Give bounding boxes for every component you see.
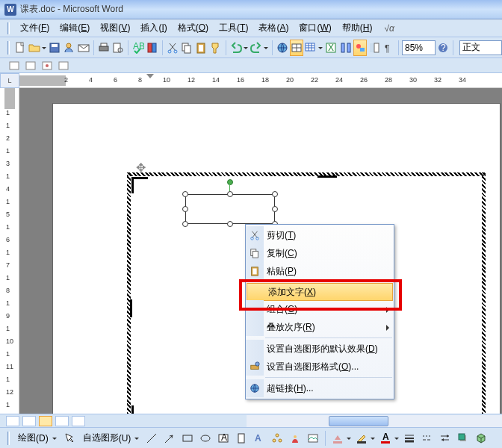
drawbar-grip[interactable] <box>7 432 10 445</box>
menu-view[interactable]: 视图(V) <box>96 20 134 36</box>
undo-button[interactable] <box>229 40 249 56</box>
standard-toolbar: ABC X ¶ 85% ? 正文 <box>0 37 502 58</box>
mini-btn-4[interactable] <box>57 60 70 72</box>
separator <box>398 40 399 55</box>
tables-borders-button[interactable] <box>290 40 303 56</box>
new-button[interactable] <box>13 40 27 56</box>
svg-rect-11 <box>152 43 156 52</box>
help-button[interactable]: ? <box>436 40 450 56</box>
menu-insert[interactable]: 插入(I) <box>136 20 171 36</box>
horizontal-ruler[interactable]: 246810121416182022242628303234 <box>19 73 502 88</box>
ctx-copy[interactable]: 复制(C) <box>246 244 394 262</box>
toolbar-grip[interactable] <box>7 41 10 55</box>
ruler-corner[interactable]: L <box>0 73 19 88</box>
doc-map-button[interactable] <box>368 40 381 56</box>
permission-button[interactable] <box>62 40 75 56</box>
svg-rect-26 <box>360 48 365 52</box>
rotate-handle[interactable] <box>227 179 233 185</box>
selected-shape[interactable] <box>185 194 275 224</box>
save-button[interactable] <box>48 40 61 56</box>
resize-handle[interactable] <box>227 191 233 197</box>
resize-handle[interactable] <box>272 206 278 212</box>
svg-rect-10 <box>148 43 152 52</box>
menu-table[interactable]: 表格(A) <box>254 20 293 36</box>
resize-handle[interactable] <box>272 191 278 197</box>
dash-style-button[interactable] <box>419 430 436 447</box>
ctx-hyperlink[interactable]: 超链接(H)... <box>246 379 394 397</box>
picture-button[interactable] <box>305 430 321 447</box>
cut-button[interactable] <box>166 40 179 56</box>
font-color-button[interactable]: A <box>377 430 400 447</box>
resize-handle[interactable] <box>182 191 188 197</box>
resize-handle[interactable] <box>182 221 188 227</box>
ctx-order[interactable]: 叠放次序(R) <box>246 318 394 336</box>
shadow-button[interactable] <box>455 430 471 447</box>
zoom-combo[interactable]: 85% <box>402 40 436 55</box>
ctx-group[interactable]: 组合(G) <box>246 300 394 318</box>
ctx-cut[interactable]: 剪切(T) <box>246 226 394 244</box>
vertical-textbox-button[interactable] <box>233 430 250 447</box>
arrow-button[interactable] <box>161 430 178 447</box>
open-button[interactable] <box>28 40 47 56</box>
copy-button[interactable] <box>180 40 193 56</box>
reading-view-button[interactable] <box>72 416 85 426</box>
mini-btn-1[interactable] <box>7 60 21 72</box>
ctx-format-shape[interactable]: 设置自选图形格式(O)... <box>246 358 394 376</box>
outline-view-button[interactable] <box>55 416 69 426</box>
insert-table-button[interactable] <box>304 40 323 56</box>
mini-btn-3[interactable] <box>40 60 54 72</box>
menu-tools[interactable]: 工具(T) <box>214 20 252 36</box>
print-layout-view-button[interactable] <box>39 416 52 426</box>
line-style-button[interactable] <box>401 430 418 447</box>
menubar-grip[interactable] <box>7 22 10 34</box>
resize-handle[interactable] <box>227 221 233 227</box>
rectangle-button[interactable] <box>179 430 196 447</box>
normal-view-button[interactable] <box>6 416 19 426</box>
svg-rect-40 <box>252 251 258 258</box>
line-button[interactable] <box>143 430 160 447</box>
show-marks-button[interactable]: ¶ <box>382 40 395 56</box>
wordart-button[interactable]: A <box>251 430 267 447</box>
research-button[interactable] <box>146 40 159 56</box>
menu-window[interactable]: 窗口(W) <box>294 20 335 36</box>
drawing-button[interactable] <box>353 40 367 56</box>
ctx-add-text[interactable]: 添加文字(X) <box>247 283 393 301</box>
spelling-button[interactable]: ABC <box>131 40 145 56</box>
mini-btn-2[interactable] <box>24 60 37 72</box>
ctx-set-default[interactable]: 设置自选图形的默认效果(D) <box>246 340 394 358</box>
print-button[interactable] <box>97 40 111 56</box>
menu-format[interactable]: 格式(O) <box>173 20 213 36</box>
print-preview-button[interactable] <box>111 40 125 56</box>
hyperlink-button[interactable] <box>276 40 289 56</box>
paste-button[interactable] <box>194 40 208 56</box>
resize-handle[interactable] <box>182 206 188 212</box>
draw-menu[interactable]: 绘图(D) <box>14 431 60 446</box>
context-menu: 剪切(T) 复制(C) 粘贴(P) 添加文字(X) 组合(G) 叠放次序(R) … <box>245 224 394 399</box>
3d-button[interactable] <box>473 430 489 447</box>
clipart-button[interactable] <box>287 430 303 447</box>
equation-icon[interactable]: √α <box>384 23 394 34</box>
columns-button[interactable] <box>338 40 352 56</box>
autoshapes-menu[interactable]: 自选图形(U) <box>79 431 143 446</box>
menu-file[interactable]: 文件(F) <box>16 20 54 36</box>
email-button[interactable] <box>77 40 90 56</box>
svg-rect-62 <box>381 441 390 444</box>
menu-edit[interactable]: 编辑(E) <box>55 20 94 36</box>
arrow-style-button[interactable] <box>437 430 453 447</box>
horizontal-scrollbar[interactable] <box>247 415 502 427</box>
excel-button[interactable]: X <box>324 40 338 56</box>
select-objects-button[interactable] <box>61 430 78 447</box>
diagram-button[interactable] <box>269 430 285 447</box>
scrollbar-thumb[interactable] <box>329 416 388 426</box>
web-view-button[interactable] <box>22 416 36 426</box>
style-combo[interactable]: 正文 <box>459 40 502 55</box>
fill-color-button[interactable] <box>329 430 352 447</box>
menu-help[interactable]: 帮助(H) <box>338 20 377 36</box>
format-painter-button[interactable] <box>209 40 223 56</box>
redo-button[interactable] <box>250 40 269 56</box>
vertical-ruler[interactable]: 112131415161718191101111121131 <box>0 88 19 424</box>
line-color-button[interactable] <box>353 430 376 447</box>
oval-button[interactable] <box>197 430 214 447</box>
ctx-paste[interactable]: 粘贴(P) <box>246 262 394 280</box>
textbox-button[interactable]: A <box>215 430 232 447</box>
